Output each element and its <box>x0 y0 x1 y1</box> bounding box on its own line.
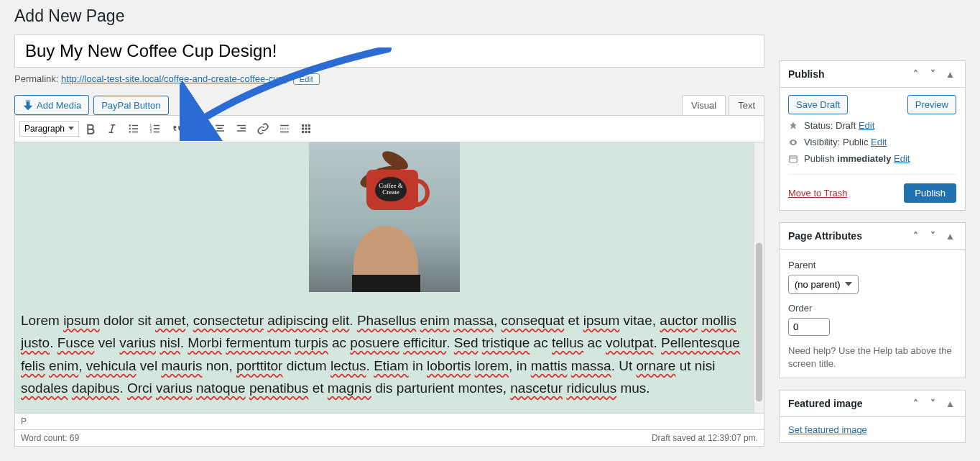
page-attributes-metabox: Page Attributes ˄ ˅ ▴ Parent (no parent)… <box>779 222 966 378</box>
tab-visual[interactable]: Visual <box>682 95 726 115</box>
edit-slug-button[interactable]: Edit <box>293 73 320 85</box>
word-count: Word count: 69 <box>21 433 79 443</box>
tab-text[interactable]: Text <box>729 95 764 115</box>
svg-rect-12 <box>194 125 203 127</box>
order-label: Order <box>788 303 956 314</box>
format-select[interactable]: Paragraph <box>19 121 79 137</box>
save-draft-button[interactable]: Save Draft <box>788 95 848 114</box>
svg-rect-9 <box>154 125 160 127</box>
editor-path: P <box>14 414 764 430</box>
svg-point-0 <box>129 124 131 126</box>
content-paragraph[interactable]: Lorem ipsum dolor sit amet, consectetur … <box>21 309 748 413</box>
svg-rect-21 <box>280 125 289 127</box>
editor-scrollbar[interactable] <box>754 142 764 413</box>
svg-rect-13 <box>194 128 200 129</box>
metabox-toggle-icon[interactable]: ▴ <box>943 230 956 242</box>
content-image[interactable]: Coffee & Create <box>309 142 460 292</box>
edit-status-link[interactable]: Edit <box>859 120 874 131</box>
svg-rect-32 <box>308 131 310 133</box>
bullet-list-button[interactable] <box>124 119 144 139</box>
align-right-button[interactable] <box>231 119 251 139</box>
editor-body[interactable]: Coffee & Create Lorem ipsum dolor sit am… <box>14 142 764 414</box>
page-attributes-title: Page Attributes <box>788 230 862 242</box>
metabox-up-icon[interactable]: ˄ <box>909 68 922 80</box>
metabox-up-icon[interactable]: ˄ <box>909 398 922 409</box>
order-input[interactable] <box>788 318 830 336</box>
set-featured-image-link[interactable]: Set featured image <box>788 424 867 435</box>
italic-button[interactable] <box>102 119 122 139</box>
metabox-down-icon[interactable]: ˅ <box>926 230 939 242</box>
publish-title: Publish <box>788 68 825 80</box>
svg-rect-3 <box>132 125 138 127</box>
permalink-label: Permalink: <box>14 73 58 84</box>
page-heading: Add New Page <box>14 0 966 29</box>
parent-select[interactable]: (no parent) <box>788 275 859 294</box>
svg-rect-23 <box>280 132 289 133</box>
svg-rect-24 <box>302 124 304 127</box>
draft-saved-time: Draft saved at 12:39:07 pm. <box>652 433 758 443</box>
page-attr-help: Need help? Use the Help tab above the sc… <box>788 344 956 370</box>
svg-text:3: 3 <box>150 130 152 134</box>
svg-rect-27 <box>302 128 304 130</box>
pin-icon <box>788 121 798 131</box>
add-media-button[interactable]: Add Media <box>14 95 89 115</box>
svg-rect-20 <box>237 130 246 132</box>
editor-toolbar: Paragraph 123 <box>14 115 764 142</box>
publish-button[interactable]: Publish <box>904 183 956 203</box>
title-input[interactable] <box>14 35 764 68</box>
svg-rect-31 <box>305 131 308 133</box>
parent-label: Parent <box>788 260 956 270</box>
svg-rect-30 <box>302 131 304 133</box>
svg-rect-22 <box>280 128 289 129</box>
align-center-button[interactable] <box>210 119 230 139</box>
numbered-list-button[interactable]: 123 <box>145 119 165 139</box>
permalink-row: Permalink: http://local-test-site.local/… <box>14 73 764 85</box>
edit-visibility-link[interactable]: Edit <box>871 137 887 147</box>
svg-rect-4 <box>132 128 138 129</box>
move-to-trash-link[interactable]: Move to Trash <box>788 188 847 198</box>
svg-rect-17 <box>216 130 224 132</box>
permalink-link[interactable]: http://local-test-site.local/coffee-and-… <box>61 73 286 84</box>
svg-rect-18 <box>237 125 246 127</box>
svg-point-2 <box>129 131 131 132</box>
link-button[interactable] <box>253 119 273 139</box>
metabox-toggle-icon[interactable]: ▴ <box>943 68 956 80</box>
media-icon <box>22 99 34 111</box>
svg-rect-29 <box>308 128 310 130</box>
preview-button[interactable]: Preview <box>907 95 956 114</box>
svg-rect-5 <box>132 132 138 133</box>
featured-image-title: Featured image <box>788 398 862 409</box>
svg-rect-26 <box>308 124 310 127</box>
svg-point-1 <box>129 128 131 129</box>
svg-rect-33 <box>790 155 798 162</box>
paypal-button[interactable]: PayPal Button <box>93 96 168 115</box>
readmore-button[interactable] <box>274 119 295 139</box>
blockquote-button[interactable] <box>167 119 187 139</box>
publish-metabox: Publish ˄ ˅ ▴ Save Draft Preview Status:… <box>779 60 966 211</box>
featured-image-metabox: Featured image ˄ ˅ ▴ Set featured image <box>779 390 966 443</box>
metabox-up-icon[interactable]: ˄ <box>909 230 922 242</box>
svg-rect-14 <box>194 130 203 132</box>
svg-rect-28 <box>305 128 308 130</box>
metabox-down-icon[interactable]: ˅ <box>926 68 939 80</box>
svg-rect-19 <box>241 128 246 129</box>
svg-rect-16 <box>217 128 223 129</box>
eye-icon <box>788 137 798 147</box>
calendar-icon <box>788 154 798 164</box>
align-left-button[interactable] <box>188 119 208 139</box>
svg-rect-11 <box>154 132 160 133</box>
svg-rect-15 <box>216 125 224 127</box>
svg-rect-10 <box>154 128 160 129</box>
edit-schedule-link[interactable]: Edit <box>894 153 910 164</box>
toolbar-toggle-button[interactable] <box>296 119 316 139</box>
bold-button[interactable] <box>80 119 101 139</box>
metabox-toggle-icon[interactable]: ▴ <box>943 398 956 409</box>
svg-rect-25 <box>305 124 308 127</box>
metabox-down-icon[interactable]: ˅ <box>926 398 939 409</box>
